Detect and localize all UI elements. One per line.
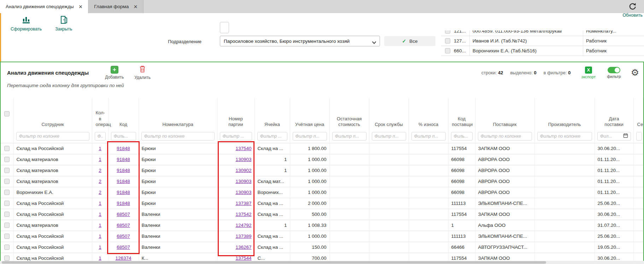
column-header-manufacturer[interactable]: Производитель xyxy=(534,98,595,130)
filter-cell[interactable] xyxy=(260,134,285,139)
calendar-icon[interactable] xyxy=(623,133,628,139)
column-header-wear[interactable]: % износа xyxy=(409,98,448,130)
close-button[interactable]: Закрыть xyxy=(55,15,72,31)
column-header-residual[interactable]: Остаточная стоимость xyxy=(329,98,369,130)
column-header-employee[interactable]: Сотрудник xyxy=(13,98,92,130)
delete-button[interactable]: Удалить xyxy=(134,65,151,80)
code-link[interactable]: 126374 xyxy=(115,256,131,261)
table-row[interactable]: Склад на Российской 1 68507 Валенки 1373… xyxy=(1,231,643,242)
table-row[interactable]: Склад на Российской 1 91848 Брюки 137387… xyxy=(1,198,643,209)
toggle-on-icon[interactable] xyxy=(608,67,620,73)
horizontal-scrollbar[interactable] xyxy=(0,261,644,264)
ops-count-link[interactable]: 2 xyxy=(99,179,101,184)
batch-link[interactable]: 137542 xyxy=(235,212,251,217)
table-row[interactable]: Ворончихин Е.А. 2 91848 Брюки 130903 Вор… xyxy=(1,187,643,198)
table-row[interactable]: Склад на Российской 1 91848 Брюки 137540… xyxy=(1,143,643,154)
row-checkbox[interactable] xyxy=(445,48,450,53)
filter-nomenclature[interactable] xyxy=(144,134,212,139)
column-header-nomenclature[interactable]: Номенклатура xyxy=(139,98,217,130)
filter-ops-count[interactable] xyxy=(98,134,103,139)
column-header-batch[interactable]: Номер партии xyxy=(217,98,254,130)
batch-link[interactable]: 136267 xyxy=(235,245,251,250)
row-checkbox[interactable] xyxy=(4,168,10,173)
row-checkbox[interactable] xyxy=(4,201,10,206)
ops-count-link[interactable]: 1 xyxy=(99,146,101,151)
code-link[interactable]: 91848 xyxy=(117,146,130,151)
code-link[interactable]: 91848 xyxy=(117,201,130,206)
ops-count-link[interactable]: 2 xyxy=(99,168,101,173)
code-link[interactable]: 91848 xyxy=(117,168,130,173)
department-select[interactable]: Паросиловое хозяйство, Бюро инструментал… xyxy=(220,36,380,46)
row-checkbox[interactable] xyxy=(4,190,10,195)
row-checkbox[interactable] xyxy=(4,212,10,217)
column-header-supplier[interactable]: Поставщик xyxy=(475,98,534,130)
row-checkbox[interactable] xyxy=(4,157,10,162)
gear-icon[interactable]: ⚙ xyxy=(631,68,639,77)
column-header-se[interactable]: Се xyxy=(633,98,643,130)
refresh-button[interactable]: Обновить xyxy=(622,2,643,18)
code-link[interactable]: 68507 xyxy=(117,212,130,217)
filter-delivery-date[interactable] xyxy=(600,134,623,139)
column-header-delivery-date[interactable]: Дата поставки xyxy=(595,98,633,130)
ops-count-link[interactable]: 1 xyxy=(99,223,101,228)
filter-price[interactable] xyxy=(295,134,324,139)
batch-link[interactable]: 137387 xyxy=(235,201,251,206)
tab-main-form[interactable]: Главная форма × xyxy=(88,0,144,13)
ops-count-link[interactable]: 1 xyxy=(99,201,101,206)
ops-count-link[interactable]: 2 xyxy=(99,190,101,195)
batch-link[interactable]: 130902 xyxy=(235,168,251,173)
batch-link[interactable]: 130903 xyxy=(235,190,251,195)
table-row[interactable]: Склад материалов 1 68507 Валенки 124792 … xyxy=(1,220,643,231)
column-header-cell[interactable]: Ячейка xyxy=(254,98,290,130)
column-header-service-life[interactable]: Срок службы xyxy=(369,98,409,130)
filter-supplier[interactable] xyxy=(481,134,529,139)
scrollbar-thumb[interactable] xyxy=(2,261,546,264)
column-header-supplier-code[interactable]: Код поставщи xyxy=(448,98,475,130)
close-tab-icon[interactable]: × xyxy=(134,4,137,10)
batch-link[interactable]: 130903 xyxy=(235,179,251,184)
row-checkbox[interactable] xyxy=(4,245,10,250)
row-checkbox[interactable] xyxy=(4,223,10,228)
export-button[interactable]: X экспорт xyxy=(581,67,596,79)
row-checkbox[interactable] xyxy=(445,30,450,34)
filter-service-life[interactable] xyxy=(375,134,403,139)
tab-analysis[interactable]: Анализ движения спецодежды × xyxy=(0,0,88,13)
column-header-code[interactable]: Код xyxy=(108,98,139,130)
filter-employee[interactable] xyxy=(19,134,87,139)
ops-count-link[interactable]: 1 xyxy=(99,245,101,250)
code-link[interactable]: 91848 xyxy=(117,157,130,162)
code-link[interactable]: 91848 xyxy=(117,179,130,184)
table-row[interactable]: Склад материалов 2 91848 Брюки 130902 1 … xyxy=(1,165,643,176)
filter-batch[interactable] xyxy=(223,134,249,139)
reference-row[interactable]: 127... Иванов И.И. (Таб.№742) Работник xyxy=(441,36,644,46)
code-link[interactable]: 91848 xyxy=(117,190,130,195)
batch-link[interactable]: 137544 xyxy=(235,256,251,261)
filter-residual[interactable] xyxy=(335,134,364,139)
close-tab-icon[interactable]: × xyxy=(79,4,83,10)
batch-link[interactable]: 130903 xyxy=(235,157,251,162)
batch-link[interactable]: 137540 xyxy=(235,146,251,151)
code-link[interactable]: 68507 xyxy=(117,223,130,228)
ops-count-link[interactable]: 1 xyxy=(99,234,101,239)
ops-count-link[interactable]: 1 xyxy=(99,212,101,217)
code-link[interactable]: 68507 xyxy=(117,245,130,250)
batch-link[interactable]: 124792 xyxy=(235,223,251,228)
filter-code[interactable] xyxy=(114,134,133,139)
column-header-price[interactable]: Учётная цена xyxy=(290,98,329,130)
row-checkbox[interactable] xyxy=(445,38,450,44)
filter-supplier-code[interactable] xyxy=(454,134,470,139)
add-button[interactable]: + Добавить xyxy=(105,66,124,80)
ops-count-link[interactable]: 1 xyxy=(99,256,101,261)
row-checkbox[interactable] xyxy=(4,179,10,184)
row-checkbox[interactable] xyxy=(4,146,10,151)
generate-button[interactable]: Сформировать xyxy=(11,15,42,31)
code-link[interactable]: 68507 xyxy=(117,234,130,239)
filter-manufacturer[interactable] xyxy=(540,134,589,139)
select-all-checkbox[interactable] xyxy=(4,111,10,116)
partial-field[interactable] xyxy=(220,22,229,33)
ops-count-link[interactable]: 1 xyxy=(99,157,101,162)
row-checkbox[interactable] xyxy=(4,234,10,239)
reference-row[interactable]: 660... Ворончихин Е.А. (Таб.№516) Работн… xyxy=(441,46,644,56)
row-checkbox[interactable] xyxy=(4,256,10,261)
table-row[interactable]: Склад материалов 1 91848 Брюки 130903 1 … xyxy=(1,154,643,165)
